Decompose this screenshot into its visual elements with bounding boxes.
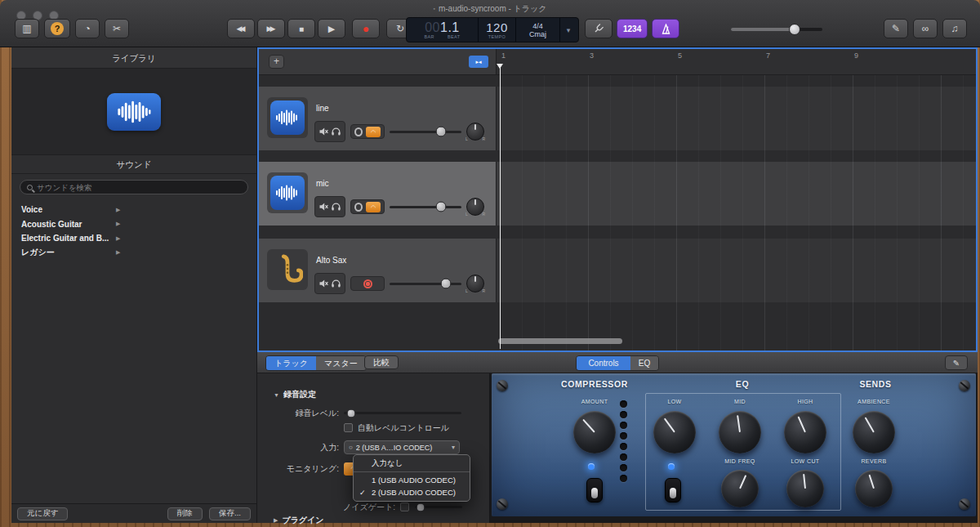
input-popup[interactable]: ○ 2 (USB A…IO CODEC) ▾ — [344, 440, 460, 454]
add-track-button[interactable]: + — [269, 55, 284, 69]
compressor-toggle[interactable] — [586, 478, 603, 502]
waveform-icon — [116, 100, 152, 123]
tab-master[interactable]: マスター — [316, 356, 366, 370]
media-browser-button[interactable]: ♫ — [942, 19, 967, 38]
search-input[interactable] — [37, 183, 241, 192]
solo-button[interactable] — [332, 124, 341, 139]
record-enable-button[interactable] — [363, 279, 372, 288]
playhead[interactable] — [500, 64, 501, 349]
track-name[interactable]: mic — [316, 179, 329, 188]
record-level-row: 録音レベル: — [257, 406, 483, 420]
edit-controls-button[interactable]: ✎ — [945, 355, 968, 370]
noise-gate-slider[interactable] — [415, 506, 462, 508]
pan-knob[interactable]: LR — [466, 275, 484, 293]
lcd-mode-chevron[interactable]: ▾ — [560, 18, 577, 42]
track-lane[interactable] — [497, 87, 976, 150]
compare-button[interactable]: 比較 — [364, 355, 399, 369]
track-volume-slider[interactable] — [390, 206, 461, 208]
pan-knob[interactable]: LR — [466, 198, 484, 216]
tab-eq[interactable]: EQ — [630, 356, 658, 370]
record-button[interactable]: ● — [352, 19, 380, 38]
auto-level-checkbox[interactable] — [344, 423, 353, 432]
mid-freq-knob[interactable] — [721, 470, 759, 507]
library-item[interactable]: Acoustic Guitar▶ — [11, 217, 256, 232]
volume-thumb[interactable] — [440, 279, 451, 289]
solo-button[interactable] — [332, 199, 341, 214]
record-level-slider[interactable] — [344, 412, 461, 414]
library-item[interactable]: Voice▶ — [11, 203, 256, 217]
track-lane[interactable] — [497, 239, 976, 302]
volume-thumb[interactable] — [789, 24, 800, 35]
play-button[interactable]: ▶ — [318, 19, 345, 38]
eq-toggle[interactable] — [665, 478, 681, 502]
pan-knob[interactable]: LR — [466, 123, 484, 141]
high-knob[interactable] — [784, 411, 826, 453]
mid-knob[interactable] — [719, 411, 761, 453]
low-knob[interactable] — [653, 411, 696, 453]
track-header-mic[interactable]: mic ◠ LR — [259, 162, 497, 226]
screw-icon — [497, 380, 508, 391]
count-in-button[interactable]: 1234 — [617, 19, 648, 38]
tab-controls[interactable]: Controls — [577, 356, 630, 370]
input-monitoring-button[interactable]: ◠ — [366, 202, 381, 212]
master-volume-slider[interactable] — [731, 28, 822, 31]
menu-item-input-1[interactable]: 1 (USB AUDIO CODEC) — [354, 474, 470, 486]
track-name[interactable]: line — [316, 104, 329, 113]
compressor-title: COMPRESSOR — [546, 379, 644, 389]
notepad-button[interactable]: ✎ — [884, 19, 908, 38]
metronome-button[interactable] — [652, 19, 679, 38]
volume-thumb[interactable] — [436, 127, 447, 137]
editors-button[interactable]: ✂ — [105, 19, 129, 38]
reverb-knob[interactable] — [855, 470, 893, 507]
sound-search-field[interactable] — [20, 180, 248, 194]
low-cut-knob[interactable] — [786, 470, 824, 507]
meter-led — [620, 453, 627, 461]
tab-track[interactable]: トラック — [266, 356, 316, 370]
right-button-group: ✎ ∞ ♫ — [884, 19, 967, 38]
rewind-button[interactable]: ◀◀ — [227, 19, 255, 38]
track-volume-slider[interactable] — [390, 131, 461, 133]
quick-help-button[interactable]: ? — [44, 19, 70, 38]
loop-browser-button[interactable]: ∞ — [913, 19, 938, 38]
mute-button[interactable] — [319, 199, 328, 214]
recording-settings-header[interactable]: ▼ 録音設定 — [274, 389, 316, 400]
stop-button[interactable]: ■ — [287, 19, 315, 38]
solo-button[interactable] — [332, 276, 341, 291]
menu-item-input-2[interactable]: ✓ 2 (USB AUDIO CODEC) — [354, 486, 470, 498]
undo-button[interactable]: 元に戻す — [17, 507, 68, 520]
library-item[interactable]: Electric Guitar and B...▶ — [11, 231, 256, 246]
notepad-icon: ✎ — [892, 23, 900, 34]
track-name[interactable]: Alto Sax — [316, 256, 346, 265]
noise-gate-checkbox[interactable] — [400, 502, 409, 511]
horizontal-scrollbar[interactable] — [498, 338, 622, 344]
tuner-button[interactable] — [585, 19, 612, 38]
volume-thumb[interactable] — [436, 202, 447, 212]
auto-level-row: 自動レベルコントロール — [257, 421, 483, 435]
mute-button[interactable] — [319, 124, 328, 139]
plugins-header[interactable]: ▶ プラグイン — [274, 515, 324, 526]
track-volume-slider[interactable] — [390, 283, 461, 285]
library-item[interactable]: レガシー▶ — [11, 246, 256, 261]
track-header-alto-sax[interactable]: Alto Sax LR — [259, 239, 497, 302]
track-header-line[interactable]: line ◠ LR — [259, 87, 497, 150]
record-level-thumb[interactable] — [346, 409, 355, 418]
smart-controls-button[interactable]: ◔ — [75, 19, 100, 38]
mute-button[interactable] — [319, 276, 328, 291]
menu-item-no-input[interactable]: 入力なし — [354, 458, 470, 470]
amount-knob[interactable] — [573, 411, 616, 453]
catch-playhead-button[interactable]: ▸◂ — [469, 56, 488, 68]
timeline-ruler[interactable]: 1 3 5 7 9 — [497, 49, 976, 75]
forward-button[interactable]: ▶▶ — [257, 19, 285, 38]
library-toggle-button[interactable]: ▥ — [15, 19, 39, 38]
record-enable-button[interactable] — [354, 203, 363, 212]
input-label: 入力: — [257, 442, 339, 453]
record-enable-button[interactable] — [354, 127, 363, 136]
track-lane-selected[interactable] — [497, 162, 976, 226]
save-button[interactable]: 保存... — [209, 507, 251, 520]
delete-button[interactable]: 削除 — [167, 507, 203, 520]
lcd-display[interactable]: 001.1 BARBEAT 120 TEMPO 4/4 Cmaj ▾ — [406, 17, 579, 42]
lcd-tempo-label: TEMPO — [488, 34, 506, 39]
input-monitoring-button[interactable]: ◠ — [366, 127, 381, 137]
noise-gate-thumb[interactable] — [416, 502, 425, 511]
ambience-knob[interactable] — [853, 411, 895, 453]
